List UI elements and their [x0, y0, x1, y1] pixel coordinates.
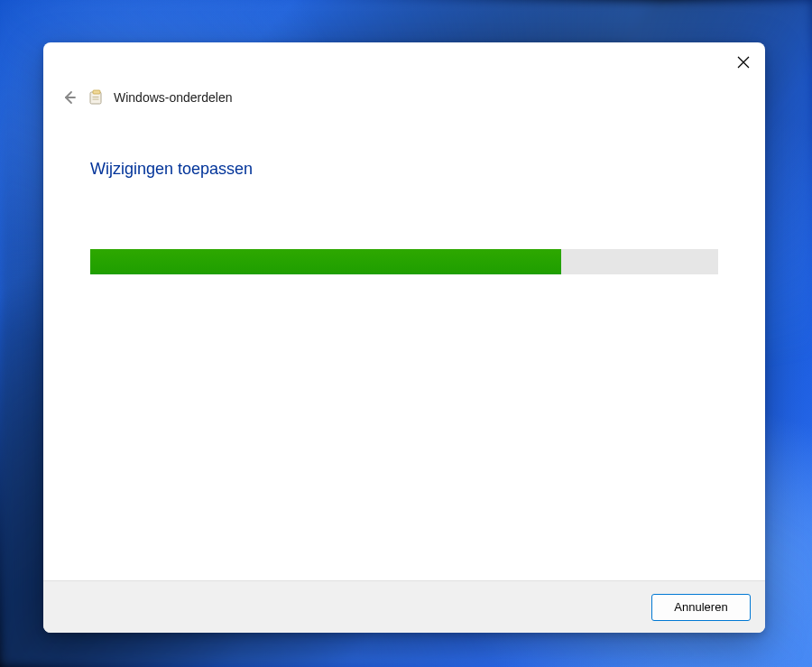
dialog-content: Wijzigingen toepassen: [43, 107, 765, 580]
main-heading: Wijzigingen toepassen: [90, 160, 718, 179]
dialog-titlebar: [43, 42, 765, 79]
dialog-header: Windows-onderdelen: [43, 79, 765, 107]
back-button[interactable]: [60, 88, 79, 107]
dialog-footer: Annuleren: [43, 580, 765, 633]
close-icon: [737, 56, 750, 69]
close-button[interactable]: [731, 50, 756, 75]
svg-rect-4: [93, 90, 100, 94]
progress-bar: [90, 249, 718, 274]
cancel-button[interactable]: Annuleren: [651, 594, 751, 621]
back-arrow-icon: [61, 89, 78, 106]
progress-bar-fill: [90, 249, 561, 274]
windows-features-icon: [88, 89, 105, 106]
dialog-title: Windows-onderdelen: [114, 90, 233, 105]
windows-features-dialog: Windows-onderdelen Wijzigingen toepassen…: [43, 42, 765, 633]
svg-rect-5: [93, 97, 99, 97]
svg-rect-6: [93, 99, 99, 100]
